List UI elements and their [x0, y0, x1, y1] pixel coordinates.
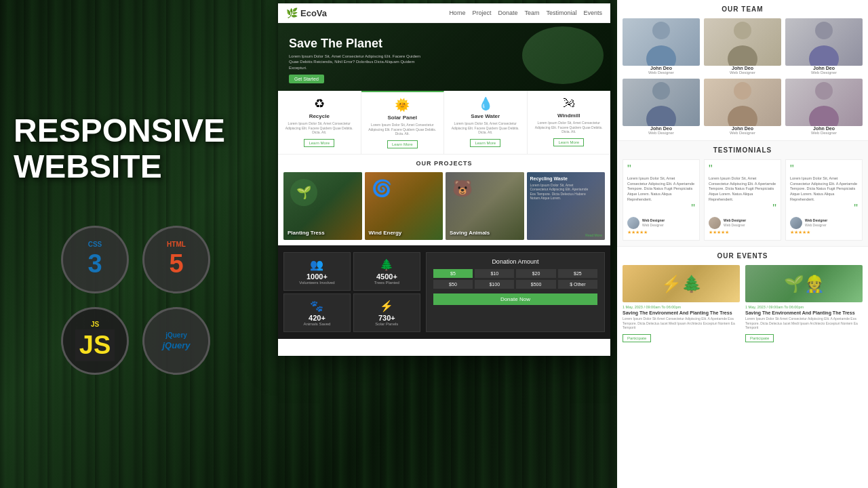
team-photo-3 [785, 18, 863, 66]
testimonial-text-2: Lorem Ipsum Dolor Sit, Amet Consectetur … [709, 176, 776, 202]
nav-testimonial[interactable]: Testimonial [546, 9, 576, 16]
donation-box: Donation Amount $5 $10 $20 $25 $50 $100 … [426, 252, 605, 332]
team-photo-1 [623, 18, 700, 66]
events-section: OUR EVENTS ⚡🌲 1 May, 2023 / 09:00am To 0… [617, 246, 868, 348]
event-title-2: Saving The Environment And Planting The … [745, 310, 863, 315]
website-preview: 🌿 EcoVa Home Project Donate Team Testimo… [278, 3, 610, 356]
projects-title: OUR PROJECTS [283, 160, 605, 167]
svg-point-0 [652, 22, 670, 39]
testimonials-section: TESTIMONIALS " Lorem Ipsum Dolor Sit, Am… [617, 140, 868, 246]
donation-title: Donation Amount [433, 258, 597, 265]
feature-recycle-text: Lorem Ipsum Dolor Sit, Amet Consectetur … [282, 121, 357, 135]
project-planting-label: Planting Tress [288, 230, 325, 236]
reviewer-info-3: Web Designer Web Designer [805, 218, 827, 228]
reviewer-info-2: Web Designer Web Designer [724, 218, 746, 228]
amount-other[interactable]: $ Other [558, 280, 597, 289]
nav-donate[interactable]: Donate [498, 9, 517, 16]
reviewer-role-1: Web Designer [642, 223, 665, 228]
solar-count: 730+ [359, 314, 414, 322]
team-photo-4 [623, 79, 700, 126]
donation-amounts: $5 $10 $20 $25 $50 $100 $500 $ Other [433, 269, 597, 289]
reviewer-3: Web Designer Web Designer [790, 217, 858, 229]
member-role-2: Web Designer [704, 70, 781, 75]
team-member-2: John Deo Web Designer [704, 18, 781, 75]
quote-close-1: " [627, 203, 695, 214]
main-title: RESPONSIVE WEBSITE [14, 113, 258, 185]
event-1: ⚡🌲 1 May, 2023 / 09:00am To 06:00pm Savi… [623, 265, 740, 342]
amount-25[interactable]: $25 [558, 269, 597, 278]
svg-point-5 [809, 45, 839, 66]
testimonial-3: " Lorem Ipsum Dolor Sit, Amet Consectetu… [785, 159, 863, 241]
events-title: OUR EVENTS [623, 252, 863, 260]
feature-water: 💧 Save Water Lorem Ipsum Dolor Sit, Amet… [444, 91, 528, 154]
trees-count: 4500+ [359, 272, 414, 281]
quote-open-3: " [790, 164, 858, 175]
nav-project[interactable]: Project [472, 9, 491, 16]
reviewer-role-3: Web Designer [805, 223, 827, 228]
feature-solar-text: Lorem Ipsum Dolor Sit, Amet Consectetur … [366, 123, 440, 136]
participate-button-1[interactable]: Participate [623, 334, 651, 342]
right-panel: OUR TEAM John Deo Web Designer [617, 0, 868, 488]
svg-point-3 [728, 45, 757, 66]
js-icon[interactable]: JS JS [61, 307, 129, 375]
participate-button-2[interactable]: Participate [745, 334, 774, 342]
html-icon[interactable]: HTML 5 [142, 226, 210, 293]
event-text-2: Lorem Ipsum Dolor Sit Amet Consectetur A… [745, 317, 863, 330]
get-started-button[interactable]: Get Started [289, 75, 324, 83]
stat-trees: 🌲 4500+ Trees Planted [353, 252, 420, 291]
testimonial-1: " Lorem Ipsum Dolor Sit, Amet Consectetu… [623, 159, 700, 241]
feature-recycle-btn[interactable]: Learn More [304, 139, 334, 147]
feature-windmill-btn[interactable]: Learn More [553, 138, 584, 146]
reviewer-name-2: Web Designer [724, 218, 746, 223]
project-recycling[interactable]: Recycling Waste Lorem Ipsum Dolor Sit, A… [527, 172, 606, 240]
svg-point-4 [815, 22, 833, 39]
recycle-icon: ♻ [282, 96, 357, 111]
feature-recycle: ♻ Recycle Lorem Ipsum Dolor Sit, Amet Co… [278, 91, 361, 154]
stars-3: ★★★★★ [790, 229, 858, 236]
testimonials-grid: " Lorem Ipsum Dolor Sit, Amet Consectetu… [623, 159, 863, 241]
feature-windmill: 🌬 Windmill Lorem Ipsum Dolor Sit, Amet C… [528, 91, 611, 154]
project-planting[interactable]: 🌱 Planting Tress [283, 172, 362, 240]
feature-solar-btn[interactable]: Learn More [387, 140, 418, 148]
events-grid: ⚡🌲 1 May, 2023 / 09:00am To 06:00pm Savi… [623, 265, 863, 342]
amount-10[interactable]: $10 [475, 269, 514, 278]
nav-events[interactable]: Events [583, 9, 602, 16]
svg-point-2 [734, 22, 751, 39]
css-icon[interactable]: CSS 3 [61, 226, 129, 293]
svg-point-8 [734, 82, 751, 100]
reviewer-2: Web Designer Web Designer [709, 217, 776, 229]
animals-label: Animals Saved [290, 322, 344, 326]
nav-team[interactable]: Team [524, 9, 539, 16]
amount-5[interactable]: $5 [433, 269, 473, 278]
member-role-3: Web Designer [785, 70, 863, 75]
svg-point-7 [646, 106, 676, 126]
trees-icon: 🌲 [359, 258, 414, 271]
jquery-icon[interactable]: jQuery jQuery [142, 307, 210, 375]
svg-point-11 [809, 106, 839, 126]
project-recycling-readmore[interactable]: Read More [585, 233, 602, 237]
solar-icon: 🌞 [366, 98, 440, 113]
member-role-6: Web Designer [785, 131, 863, 135]
volunteers-icon: 👥 [290, 258, 344, 271]
stats-donation-section: 👥 1000+ Volunteers Involved 🌲 4500+ Tree… [278, 245, 610, 339]
member-name-4: John Deo [623, 126, 700, 131]
amount-100[interactable]: $100 [475, 280, 514, 289]
amount-50[interactable]: $50 [433, 280, 473, 289]
left-overlay: RESPONSIVE WEBSITE CSS 3 HTML 5 JS JS jQ… [0, 0, 271, 488]
project-wind[interactable]: 🌀 Wind Energy [365, 172, 443, 240]
feature-windmill-text: Lorem Ipsum Dolor Sit, Amet Consectetur … [532, 121, 607, 134]
feature-water-btn[interactable]: Learn More [470, 139, 500, 147]
member-name-2: John Deo [704, 66, 781, 70]
team-title: OUR TEAM [623, 5, 863, 13]
feature-solar: 🌞 Solar Panel Lorem Ipsum Dolor Sit, Ame… [361, 91, 445, 154]
donate-now-button[interactable]: Donate Now [433, 293, 597, 305]
amount-20[interactable]: $20 [516, 269, 555, 278]
volunteers-label: Volunteers Involved [290, 281, 344, 285]
svg-point-10 [815, 82, 833, 100]
amount-500[interactable]: $500 [516, 280, 555, 289]
quote-open-2: " [709, 164, 776, 175]
project-animals[interactable]: 🐻 Saving Animals [446, 172, 524, 240]
quote-close-2: " [709, 203, 776, 214]
projects-section: OUR PROJECTS 🌱 Planting Tress 🌀 Wind Ene… [278, 155, 610, 245]
nav-home[interactable]: Home [449, 9, 465, 16]
